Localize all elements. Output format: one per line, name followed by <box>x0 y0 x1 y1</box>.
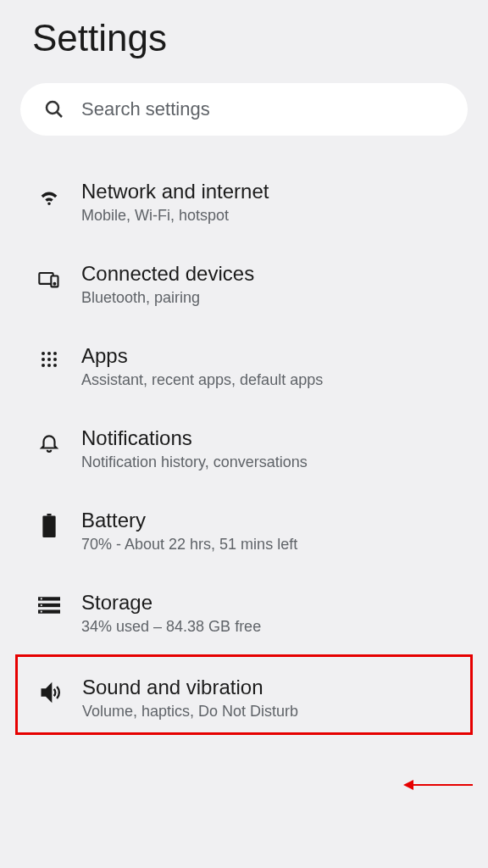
svg-point-19 <box>41 598 42 599</box>
svg-rect-15 <box>47 514 51 516</box>
item-subtitle: Bluetooth, pairing <box>81 289 459 307</box>
settings-item-network[interactable]: Network and internet Mobile, Wi-Fi, hots… <box>17 161 471 243</box>
item-title: Connected devices <box>81 262 459 286</box>
item-title: Battery <box>81 509 459 532</box>
svg-rect-14 <box>42 516 55 537</box>
page-title: Settings <box>17 0 471 83</box>
settings-item-sound[interactable]: Sound and vibration Volume, haptics, Do … <box>15 654 473 735</box>
item-subtitle: Mobile, Wi-Fi, hotspot <box>81 207 459 225</box>
svg-point-8 <box>42 358 45 361</box>
svg-point-12 <box>47 364 51 367</box>
item-title: Storage <box>81 591 459 615</box>
search-settings[interactable]: Search settings <box>20 83 468 136</box>
svg-point-21 <box>41 611 42 613</box>
svg-point-6 <box>47 352 51 355</box>
settings-item-battery[interactable]: Battery 70% - About 22 hrs, 51 mins left <box>17 490 471 572</box>
search-icon <box>44 99 64 120</box>
svg-point-13 <box>53 364 57 367</box>
svg-point-20 <box>41 604 42 606</box>
svg-point-7 <box>53 352 57 355</box>
svg-point-5 <box>42 352 45 355</box>
notifications-icon <box>29 426 69 453</box>
battery-icon <box>29 509 69 537</box>
settings-item-notifications[interactable]: Notifications Notification history, conv… <box>17 408 471 490</box>
storage-icon <box>29 591 69 615</box>
settings-item-apps[interactable]: Apps Assistant, recent apps, default app… <box>17 326 471 408</box>
annotation-arrow <box>405 784 473 786</box>
devices-icon <box>29 262 69 291</box>
item-subtitle: Notification history, conversations <box>81 453 459 471</box>
item-title: Sound and vibration <box>82 676 458 699</box>
svg-point-4 <box>53 283 55 285</box>
wifi-icon <box>29 180 69 209</box>
settings-item-storage[interactable]: Storage 34% used – 84.38 GB free <box>17 572 471 654</box>
item-subtitle: Assistant, recent apps, default apps <box>81 371 459 389</box>
item-subtitle: 70% - About 22 hrs, 51 mins left <box>81 536 459 554</box>
item-subtitle: 34% used – 84.38 GB free <box>81 618 459 636</box>
apps-icon <box>29 344 69 370</box>
svg-point-9 <box>47 358 51 361</box>
item-title: Notifications <box>81 426 459 450</box>
svg-line-1 <box>57 112 62 117</box>
settings-item-devices[interactable]: Connected devices Bluetooth, pairing <box>17 243 471 326</box>
item-title: Network and internet <box>81 180 459 203</box>
svg-point-11 <box>42 364 45 367</box>
search-placeholder: Search settings <box>81 98 210 120</box>
item-title: Apps <box>81 344 459 368</box>
item-subtitle: Volume, haptics, Do Not Disturb <box>82 703 458 721</box>
svg-point-0 <box>47 102 58 114</box>
svg-point-10 <box>53 358 57 361</box>
sound-icon <box>30 676 70 704</box>
